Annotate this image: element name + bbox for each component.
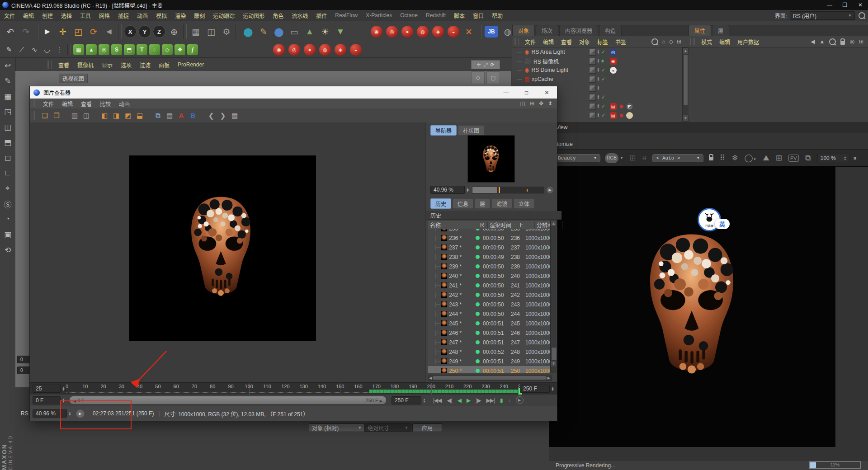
interface-dropdown[interactable]: RS (用户)▼ xyxy=(790,11,855,20)
renderview-zoom-field[interactable]: 100 %▲▼ xyxy=(817,154,850,162)
film-icon[interactable]: ▤ xyxy=(164,110,175,121)
rs-light-area-icon[interactable]: ◉ xyxy=(371,26,382,38)
visibility-dots[interactable]: ●● xyxy=(597,59,599,63)
viewport-menu-面板[interactable]: 面板 xyxy=(155,61,174,69)
menu-选择[interactable]: 选择 xyxy=(57,12,76,19)
workplane-icon[interactable]: ◫ xyxy=(1,120,14,134)
pv-maximize-icon[interactable]: □ xyxy=(516,89,537,96)
home-icon[interactable]: ⌂ xyxy=(662,38,665,45)
compare-b-icon[interactable]: ◨ xyxy=(110,110,122,121)
pv-menu-比较[interactable]: 比较 xyxy=(96,100,115,108)
pen-tool-icon[interactable]: ✎ xyxy=(1,74,14,88)
menu-帮助[interactable]: 帮助 xyxy=(488,12,507,19)
camera-tag-icon[interactable]: ◉ xyxy=(610,58,617,65)
search-icon[interactable] xyxy=(859,12,865,19)
menu-角色[interactable]: 角色 xyxy=(269,12,288,19)
scroll-left-icon[interactable]: ◀ xyxy=(429,376,432,380)
points-mode-icon[interactable]: ⬒ xyxy=(1,136,14,149)
enabled-check[interactable]: ✓ xyxy=(601,67,609,73)
menu-创建[interactable]: 创建 xyxy=(38,12,57,19)
menu-模拟[interactable]: 模拟 xyxy=(152,12,171,19)
history-table-header[interactable]: 名称R渲染时间F分辨率 xyxy=(428,220,552,230)
next-key-button[interactable]: )▶ xyxy=(476,397,481,404)
menu-运动跟踪[interactable]: 运动跟踪 xyxy=(209,12,239,19)
menu-X-Particles[interactable]: X-Particles xyxy=(362,12,396,19)
column-header-名称[interactable]: 名称 xyxy=(428,221,478,229)
rshex-tag-icon[interactable]: ⬢ xyxy=(618,103,625,110)
x-axis-lock-button[interactable]: X xyxy=(124,25,137,38)
compare-a-icon[interactable]: ◧ xyxy=(99,110,110,121)
sweep-generator-icon[interactable]: S xyxy=(111,44,122,55)
menu-工具[interactable]: 工具 xyxy=(76,12,95,19)
object-row[interactable]: — ▤xpCache●●✓ xyxy=(512,75,689,84)
end-frame-field[interactable]: 250 F xyxy=(520,385,550,393)
viewport-menu-选项[interactable]: 选项 xyxy=(117,61,136,69)
rs-object-1-icon[interactable]: ◉ xyxy=(273,44,285,56)
history-scrollbar[interactable]: ▲ ▼ xyxy=(550,220,557,373)
more-dots-icon[interactable]: ⋮ xyxy=(53,44,66,56)
column-header-F[interactable]: F xyxy=(518,222,535,228)
forward-arrow-icon[interactable]: ▲ xyxy=(820,38,825,45)
editor-toggle[interactable] xyxy=(589,67,596,74)
snapshot-image-icon[interactable]: ⛰ xyxy=(763,154,769,163)
menu-RealFlow[interactable]: RealFlow xyxy=(331,12,362,19)
viewport-menu-ProRender[interactable]: ProRender xyxy=(174,61,208,68)
tab-属性[interactable]: 属性 xyxy=(689,25,711,36)
stack-tag-icon[interactable]: ▤ xyxy=(610,112,617,119)
lock-icon[interactable] xyxy=(709,154,713,163)
scroll-down-icon[interactable]: ▼ xyxy=(683,115,689,122)
viewport-menu-显示[interactable]: 显示 xyxy=(98,61,117,69)
tab-层[interactable]: 层 xyxy=(712,25,729,36)
history-row[interactable]: ├─241 *00:00:502411000x1000 xyxy=(428,281,551,290)
object-list-scrollbar[interactable]: ▲ ▼ xyxy=(682,47,689,122)
history-row[interactable]: ├─235 *00:00:502351000x1000 xyxy=(428,229,551,233)
snap-icon[interactable]: Ⓢ xyxy=(1,197,14,211)
visibility-dots[interactable]: ●● xyxy=(597,50,599,54)
apply-button[interactable]: 应用 xyxy=(412,423,442,432)
om-menu-书签[interactable]: 书签 xyxy=(612,38,630,46)
add-snapshot-icon[interactable]: ⊞ xyxy=(776,153,782,163)
tab-导航器[interactable]: 导航器 xyxy=(430,125,457,136)
menu-运动图形[interactable]: 运动图形 xyxy=(239,12,269,19)
deform-generator-icon[interactable]: ✥ xyxy=(175,44,185,55)
grip-handle[interactable] xyxy=(32,100,36,107)
metaball-generator-icon[interactable]: ◌ xyxy=(149,44,160,55)
play-forward-button[interactable]: ▶ xyxy=(467,397,470,404)
om-menu-对象[interactable]: 对象 xyxy=(576,38,594,46)
material-icon[interactable]: ⬤ xyxy=(241,24,256,39)
menu-捕捉[interactable]: 捕捉 xyxy=(114,12,133,19)
pan-icon[interactable]: ✛ xyxy=(476,62,481,68)
fps-field[interactable]: 25 xyxy=(33,385,61,393)
tab-柱状图[interactable]: 柱状图 xyxy=(458,125,484,136)
z-axis-lock-button[interactable]: Z xyxy=(153,25,165,38)
rs-object-2-icon[interactable]: ◎ xyxy=(288,44,300,56)
search-icon[interactable] xyxy=(651,38,658,45)
goto-frame-field[interactable]: 250 F xyxy=(392,396,421,404)
history-row[interactable]: ├─242 *00:00:502421000x1000 xyxy=(428,290,551,300)
viewport-label[interactable]: 透视视图 xyxy=(59,74,88,83)
editor-toggle[interactable] xyxy=(589,49,596,56)
dome-tag-icon[interactable]: ◒ xyxy=(610,67,617,74)
rs-light-portal-icon[interactable]: ◍ xyxy=(417,26,429,38)
add-panel-icon[interactable]: ⊞ xyxy=(677,38,681,45)
pv-panel-icon-3[interactable]: ⬍ xyxy=(548,100,552,107)
column-header-分辨率[interactable]: 分辨率 xyxy=(535,221,562,229)
open-icon[interactable]: ❏ xyxy=(39,110,51,121)
prev-key-button[interactable]: ◀( xyxy=(447,397,452,404)
set-a-icon[interactable]: A xyxy=(175,110,187,121)
minimize-icon[interactable]: — xyxy=(822,2,837,8)
history-row[interactable]: ├─250 *00:00:512501000x1000 xyxy=(428,366,551,373)
texture-mode-icon[interactable]: ◳ xyxy=(1,105,14,118)
om-menu-编辑[interactable]: 编辑 xyxy=(539,38,557,46)
snowflake-icon[interactable]: ❄ xyxy=(731,153,738,163)
pv-menu-查看[interactable]: 查看 xyxy=(77,100,96,108)
timeline-ruler[interactable]: 25 ▲▼ 0102030405060708090100110120130140… xyxy=(30,382,557,395)
render-picture-viewer-icon[interactable]: ◫ xyxy=(203,24,219,39)
history-row[interactable]: ├─247 *00:00:512471000x1000 xyxy=(428,338,551,347)
orbit-icon[interactable]: ⟳ xyxy=(490,62,494,68)
xpresso-tag-icon[interactable]: ƒ xyxy=(187,44,198,55)
visibility-dots[interactable]: ●● xyxy=(597,113,599,117)
toolbar-overflow-chevron[interactable]: » xyxy=(854,155,857,161)
menu-流水线[interactable]: 流水线 xyxy=(288,12,312,19)
cancel-icon[interactable]: ✕ xyxy=(461,24,476,39)
